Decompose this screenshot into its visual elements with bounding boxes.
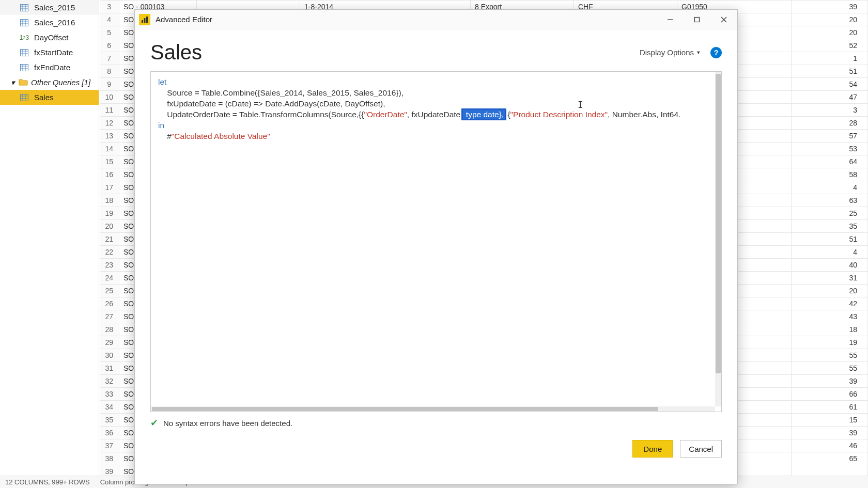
row-number: 33 — [100, 388, 119, 401]
row-number: 11 — [100, 104, 119, 117]
minimize-button[interactable] — [657, 10, 684, 29]
folder-icon — [19, 78, 28, 87]
row-number: 17 — [100, 181, 119, 194]
query-item-sales[interactable]: Sales — [0, 90, 99, 105]
cell[interactable]: 47 — [792, 91, 868, 104]
cell[interactable]: 55 — [792, 362, 868, 375]
row-number: 4 — [100, 13, 119, 26]
cell[interactable]: 35 — [792, 220, 868, 233]
query-item-dayoffset[interactable]: 123 DayOffset — [0, 30, 99, 45]
cell[interactable]: 20 — [792, 13, 868, 26]
query-label: fxStartDate — [34, 48, 73, 57]
cell[interactable]: 53 — [792, 143, 868, 155]
cell[interactable]: 18 — [792, 323, 868, 336]
query-item-fxenddate[interactable]: fxEndDate — [0, 60, 99, 75]
query-item-sales-2016[interactable]: Sales_2016 — [0, 15, 99, 30]
cancel-button[interactable]: Cancel — [680, 440, 722, 458]
svg-rect-5 — [21, 19, 28, 26]
cell[interactable]: 19 — [792, 336, 868, 349]
query-item-fxstartdate[interactable]: fxStartDate — [0, 45, 99, 60]
cell[interactable]: 55 — [792, 349, 868, 362]
editor-horizontal-scrollbar[interactable] — [151, 406, 715, 412]
row-number: 12 — [100, 117, 119, 130]
cell[interactable]: 66 — [792, 388, 868, 401]
row-number: 18 — [100, 194, 119, 207]
cell[interactable]: 20 — [792, 26, 868, 39]
query-label: DayOffset — [34, 33, 68, 42]
cell[interactable]: 39 — [792, 1, 868, 13]
queries-sidebar: Sales_2015 Sales_2016 123 DayOffset fxSt… — [0, 0, 99, 488]
svg-rect-25 — [142, 20, 143, 23]
cell[interactable]: 40 — [792, 259, 868, 272]
table-icon — [20, 18, 29, 27]
cell[interactable]: 28 — [792, 117, 868, 130]
cell[interactable]: 4 — [792, 181, 868, 194]
row-number: 6 — [100, 39, 119, 52]
cell[interactable]: 52 — [792, 39, 868, 52]
cell[interactable]: 39 — [792, 427, 868, 439]
svg-rect-29 — [695, 17, 700, 22]
row-number: 3 — [100, 1, 119, 13]
chevron-down-icon: ▾ — [9, 78, 17, 87]
query-item-sales-2015[interactable]: Sales_2015 — [0, 0, 99, 15]
ibeam-cursor-icon: I — [578, 100, 583, 110]
row-number: 21 — [100, 233, 119, 246]
cell[interactable]: 42 — [792, 297, 868, 310]
cell[interactable]: 39 — [792, 375, 868, 388]
row-number: 5 — [100, 26, 119, 39]
help-icon[interactable]: ? — [710, 47, 722, 58]
svg-rect-10 — [21, 49, 28, 56]
code-editor[interactable]: let Source = Table.Combine({Sales_2014, … — [150, 71, 722, 412]
row-number: 27 — [100, 310, 119, 323]
selected-text: type date}, — [463, 110, 505, 119]
cell[interactable]: 20 — [792, 285, 868, 297]
cell[interactable]: 54 — [792, 78, 868, 91]
advanced-editor-dialog: Advanced Editor Sales Display Options ▾ — [134, 9, 738, 484]
cell[interactable]: 46 — [792, 439, 868, 452]
done-button[interactable]: Done — [632, 440, 673, 458]
close-button[interactable] — [710, 10, 737, 29]
row-number: 14 — [100, 143, 119, 155]
cell[interactable]: 65 — [792, 452, 868, 465]
cell[interactable]: 64 — [792, 155, 868, 168]
cell[interactable]: 57 — [792, 130, 868, 143]
row-number: 22 — [100, 246, 119, 259]
cell[interactable]: 51 — [792, 233, 868, 246]
cell[interactable]: 43 — [792, 310, 868, 323]
row-number: 25 — [100, 285, 119, 297]
cell[interactable]: 3 — [792, 104, 868, 117]
cell[interactable]: 51 — [792, 65, 868, 78]
editor-vertical-scrollbar[interactable] — [715, 72, 721, 406]
row-number: 9 — [100, 78, 119, 91]
row-number: 30 — [100, 349, 119, 362]
cell[interactable]: 15 — [792, 414, 868, 427]
cell[interactable]: 63 — [792, 194, 868, 207]
cell[interactable]: 25 — [792, 207, 868, 220]
query-label: Sales_2016 — [34, 18, 75, 27]
cell[interactable]: 58 — [792, 168, 868, 181]
display-options-dropdown[interactable]: Display Options ▾ — [640, 48, 700, 57]
check-icon: ✔ — [150, 417, 158, 429]
row-number: 8 — [100, 65, 119, 78]
row-number: 37 — [100, 439, 119, 452]
cell[interactable]: 31 — [792, 272, 868, 285]
row-number: 24 — [100, 272, 119, 285]
table-icon — [20, 93, 29, 102]
cell[interactable]: 4 — [792, 246, 868, 259]
row-number: 28 — [100, 323, 119, 336]
maximize-button[interactable] — [684, 10, 710, 29]
table-icon — [20, 48, 29, 57]
query-label: Sales — [34, 93, 54, 102]
svg-rect-20 — [21, 94, 28, 101]
syntax-message: No syntax errors have been detected. — [163, 419, 292, 428]
row-number: 19 — [100, 207, 119, 220]
folder-other-queries[interactable]: ▾ Other Queries [1] — [0, 75, 99, 90]
dialog-title: Advanced Editor — [156, 15, 657, 24]
row-number: 38 — [100, 452, 119, 465]
query-label: fxEndDate — [34, 63, 70, 72]
row-number: 15 — [100, 155, 119, 168]
query-label: Sales_2015 — [34, 3, 75, 12]
cell[interactable]: 1 — [792, 52, 868, 65]
dialog-titlebar[interactable]: Advanced Editor — [135, 10, 737, 29]
cell[interactable]: 61 — [792, 401, 868, 414]
